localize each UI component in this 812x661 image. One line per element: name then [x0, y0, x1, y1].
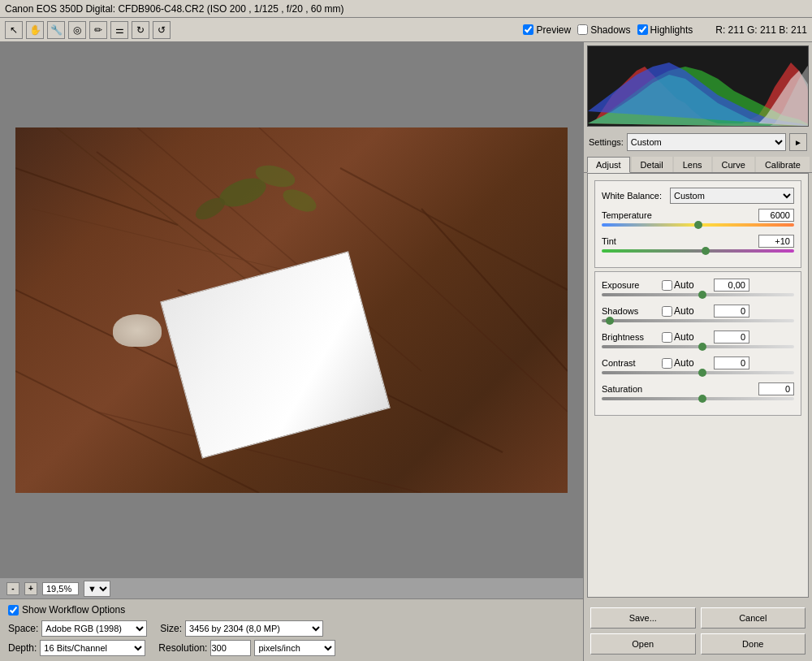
white-balance-label: White Balance: — [602, 191, 667, 201]
temperature-slider-container: Temperature — [602, 209, 794, 227]
exposure-thumb[interactable] — [698, 291, 706, 299]
resolution-input[interactable] — [210, 640, 251, 656]
size-label: Size: — [160, 623, 182, 634]
settings-menu-button[interactable]: ► — [789, 133, 807, 151]
shadows-checkbox[interactable] — [577, 24, 588, 35]
main: - + ▼ Show Workflow Options Space: Adobe… — [0, 42, 812, 661]
preview-checkbox-item: Preview — [523, 24, 571, 36]
title-text: Canon EOS 350D Digital: CFDB906-C48.CR2 … — [5, 3, 344, 15]
brightness-slider-container: Brightness Auto — [602, 330, 794, 348]
tone-section: Exposure Auto Shadows — [594, 271, 801, 416]
done-button[interactable]: Done — [701, 633, 806, 655]
exposure-value[interactable] — [714, 279, 749, 292]
tool-hand[interactable]: ✋ — [26, 21, 44, 39]
resolution-unit-select[interactable]: pixels/inch — [254, 640, 335, 656]
contrast-auto-checkbox[interactable] — [662, 358, 672, 369]
brightness-label: Brightness — [602, 332, 659, 342]
tint-label: Tint — [602, 236, 659, 246]
photo — [15, 127, 568, 493]
zoom-input[interactable] — [42, 582, 79, 595]
brightness-thumb[interactable] — [698, 343, 706, 351]
cancel-button[interactable]: Cancel — [701, 607, 806, 629]
workflow-options: Show Workflow Options Space: Adobe RGB (… — [0, 598, 583, 661]
saturation-value[interactable] — [758, 382, 794, 395]
image-area — [0, 42, 583, 577]
exposure-auto-checkbox[interactable] — [662, 280, 672, 291]
settings-row: Settings: Custom Camera Raw Defaults Pre… — [584, 130, 812, 154]
shadows-thumb[interactable] — [606, 317, 614, 325]
tool-eyedropper[interactable]: 🔧 — [47, 21, 65, 39]
histogram-svg — [588, 46, 808, 126]
temperature-track[interactable] — [602, 223, 794, 227]
contrast-track[interactable] — [602, 371, 794, 374]
highlights-label: Highlights — [650, 24, 693, 36]
space-select[interactable]: Adobe RGB (1998) — [41, 620, 147, 637]
preview-checkbox[interactable] — [523, 24, 533, 35]
contrast-value[interactable] — [714, 356, 749, 369]
tool-rotate-right[interactable]: ↺ — [153, 21, 171, 39]
toolbar: ↖ ✋ 🔧 ◎ ✏ ⚌ ↻ ↺ Preview Shadows Highligh… — [0, 18, 812, 42]
svg-line-0 — [15, 168, 178, 225]
tint-thumb[interactable] — [702, 247, 710, 255]
shadows-checkbox-item: Shadows — [577, 24, 630, 36]
exposure-slider-container: Exposure Auto — [602, 279, 794, 296]
bottom-buttons: Save... Cancel Open Done — [584, 601, 812, 661]
highlights-checkbox[interactable] — [637, 24, 648, 35]
zoom-select[interactable]: ▼ — [84, 581, 110, 597]
tab-curve[interactable]: Curve — [713, 157, 754, 172]
right-panel: Settings: Custom Camera Raw Defaults Pre… — [583, 42, 812, 661]
histogram — [587, 45, 809, 127]
shadows-track[interactable] — [602, 319, 794, 322]
shadows-slider-label: Shadows — [602, 306, 659, 316]
saturation-thumb[interactable] — [698, 395, 706, 403]
exposure-track[interactable] — [602, 293, 794, 296]
temperature-thumb[interactable] — [694, 221, 702, 229]
settings-select[interactable]: Custom Camera Raw Defaults Previous Conv… — [627, 133, 786, 151]
settings-label: Settings: — [589, 137, 624, 147]
saturation-track[interactable] — [602, 397, 794, 400]
shadows-auto-checkbox[interactable] — [662, 306, 672, 317]
tab-lens[interactable]: Lens — [674, 157, 711, 172]
shadows-auto-label: Auto — [674, 305, 694, 317]
tint-track[interactable] — [602, 249, 794, 253]
space-label: Space: — [8, 623, 38, 634]
tool-arrow[interactable]: ↖ — [5, 21, 23, 39]
depth-select[interactable]: 16 Bits/Channel — [40, 640, 145, 656]
brightness-track[interactable] — [602, 345, 794, 348]
svg-line-6 — [340, 168, 568, 290]
tool-rotate-left[interactable]: ↻ — [132, 21, 149, 39]
tint-slider-container: Tint — [602, 235, 794, 253]
svg-line-3 — [32, 209, 300, 274]
highlights-checkbox-item: Highlights — [637, 24, 693, 36]
save-button[interactable]: Save... — [590, 607, 696, 629]
tool-crop[interactable]: ✏ — [89, 21, 107, 39]
contrast-thumb[interactable] — [698, 369, 706, 377]
tool-straighten[interactable]: ⚌ — [110, 21, 128, 39]
preview-label: Preview — [536, 24, 571, 36]
tab-detail[interactable]: Detail — [632, 157, 672, 172]
contrast-slider-container: Contrast Auto — [602, 356, 794, 374]
saturation-slider-container: Saturation — [602, 382, 794, 400]
titlebar: Canon EOS 350D Digital: CFDB906-C48.CR2 … — [0, 0, 812, 18]
brightness-value[interactable] — [714, 330, 749, 343]
open-button[interactable]: Open — [590, 633, 696, 655]
tab-calibrate[interactable]: Calibrate — [756, 157, 810, 172]
zoom-decrease-button[interactable]: - — [6, 582, 19, 595]
image-bottom-bar: - + ▼ — [0, 577, 583, 598]
rgb-display: R: 211 G: 211 B: 211 — [715, 24, 807, 36]
tabs: Adjust Detail Lens Curve Calibrate — [584, 154, 812, 173]
zoom-increase-button[interactable]: + — [24, 582, 37, 595]
brightness-auto-checkbox[interactable] — [662, 332, 672, 343]
contrast-auto-label: Auto — [674, 357, 694, 369]
tab-adjust[interactable]: Adjust — [587, 157, 630, 173]
temperature-value[interactable] — [758, 209, 794, 222]
show-workflow-checkbox[interactable] — [8, 605, 19, 616]
tool-color-sampler[interactable]: ◎ — [68, 21, 86, 39]
shadows-value[interactable] — [714, 305, 749, 318]
tint-value[interactable] — [758, 235, 794, 248]
exposure-label: Exposure — [602, 280, 659, 290]
size-select[interactable]: 3456 by 2304 (8,0 MP) — [185, 620, 323, 637]
contrast-label: Contrast — [602, 358, 659, 368]
saturation-label: Saturation — [602, 384, 659, 394]
white-balance-select[interactable]: Custom As Shot Auto Daylight Cloudy — [670, 188, 794, 204]
